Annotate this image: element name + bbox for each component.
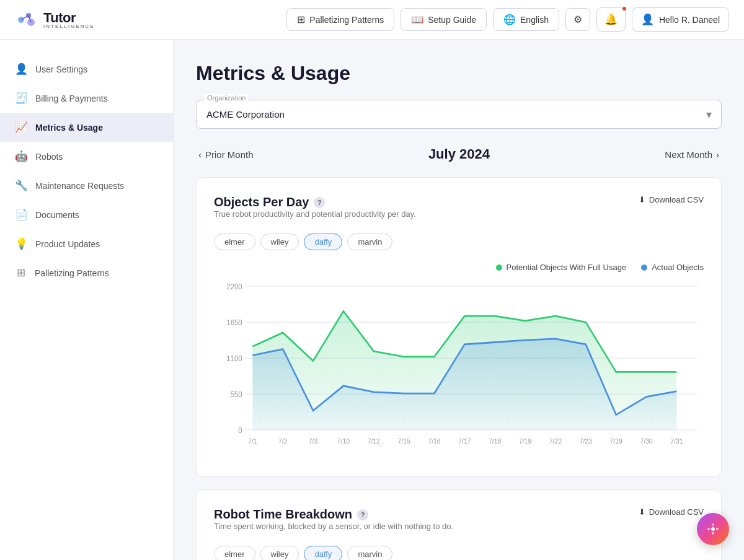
sliders-icon: ⚙	[574, 14, 582, 25]
download-icon: ⬇	[639, 195, 645, 204]
prior-month-label: Prior Month	[205, 149, 254, 160]
sidebar-item-metrics[interactable]: 📈 Metrics & Usage	[0, 113, 173, 142]
svg-text:1650: 1650	[226, 318, 242, 326]
month-nav: ‹ Prior Month July 2024 Next Month ›	[196, 146, 722, 162]
svg-text:7/2: 7/2	[278, 437, 287, 445]
robot-time-title: Robot Time Breakdown ?	[214, 507, 453, 522]
robot-time-header: Robot Time Breakdown ? Time spent workin…	[214, 507, 704, 542]
fab-button[interactable]	[697, 513, 729, 545]
robot-time-info-icon[interactable]: ?	[357, 509, 368, 520]
legend-potential-label: Potential Objects With Full Usage	[507, 263, 627, 272]
svg-text:7/3: 7/3	[309, 437, 317, 445]
svg-text:7/18: 7/18	[489, 437, 501, 445]
setup-guide-button[interactable]: 📖 Setup Guide	[401, 8, 487, 31]
svg-text:7/12: 7/12	[368, 437, 380, 445]
robot-filter-tab-wiley[interactable]: wiley	[260, 546, 299, 560]
sidebar-item-product-updates[interactable]: 💡 Product Updates	[0, 229, 173, 258]
robot-filter-tab-marvin[interactable]: marvin	[347, 546, 392, 560]
objects-per-day-info-icon[interactable]: ?	[314, 197, 325, 208]
prior-month-button[interactable]: ‹ Prior Month	[198, 149, 254, 160]
org-selector[interactable]: ACME Corporation	[196, 100, 722, 129]
objects-per-day-title: Objects Per Day ?	[214, 195, 416, 209]
sidebar: 👤 User Settings 🧾 Billing & Payments 📈 M…	[0, 40, 174, 560]
actual-dot	[641, 265, 647, 271]
svg-text:7/23: 7/23	[580, 437, 592, 445]
sidebar-item-billing[interactable]: 🧾 Billing & Payments	[0, 84, 173, 113]
logo-subtitle: INTELLIGENCE	[43, 24, 95, 29]
download-label: Download CSV	[649, 195, 704, 204]
sidebar-item-user-settings[interactable]: 👤 User Settings	[0, 55, 173, 84]
filter-tab-elmer[interactable]: elmer	[214, 234, 255, 250]
robots-icon: 🤖	[15, 150, 28, 163]
sidebar-item-documents[interactable]: 📄 Documents	[0, 200, 173, 229]
svg-text:7/17: 7/17	[458, 437, 471, 445]
logo[interactable]: Tutor INTELLIGENCE	[15, 9, 95, 31]
sidebar-label-documents: Documents	[35, 210, 79, 220]
objects-chart-container: 2200 1650 1100 550 0 7/1	[214, 279, 704, 459]
palletizing-patterns-button[interactable]: ⊞ Palletizing Patterns	[286, 8, 394, 31]
svg-text:7/15: 7/15	[398, 437, 410, 445]
globe-icon: 🌐	[503, 14, 516, 25]
robot-filter-tab-elmer[interactable]: elmer	[214, 546, 255, 560]
legend-actual: Actual Objects	[641, 263, 704, 272]
filter-settings-button[interactable]: ⚙	[565, 8, 590, 31]
download-icon-2: ⬇	[639, 507, 645, 517]
notifications-wrapper: 🔔	[596, 7, 626, 32]
notifications-button[interactable]: 🔔	[596, 7, 626, 32]
header: Tutor INTELLIGENCE ⊞ Palletizing Pattern…	[0, 0, 744, 40]
notification-badge	[622, 6, 627, 11]
sidebar-label-maintenance: Maintenance Requests	[35, 181, 124, 191]
legend-actual-label: Actual Objects	[652, 263, 704, 272]
objects-per-day-card: Objects Per Day ? True robot productivit…	[196, 177, 722, 477]
header-nav: ⊞ Palletizing Patterns 📖 Setup Guide 🌐 E…	[286, 7, 729, 32]
robot-filter-tab-daffy[interactable]: daffy	[304, 546, 342, 560]
sidebar-item-maintenance[interactable]: 🔧 Maintenance Requests	[0, 171, 173, 200]
layout: 👤 User Settings 🧾 Billing & Payments 📈 M…	[0, 40, 744, 560]
chevron-left-icon: ‹	[198, 149, 202, 160]
svg-text:7/30: 7/30	[640, 437, 652, 445]
objects-per-day-header: Objects Per Day ? True robot productivit…	[214, 195, 704, 230]
chart-legend: Potential Objects With Full Usage Actual…	[214, 263, 704, 272]
filter-tab-wiley[interactable]: wiley	[260, 234, 299, 250]
language-button[interactable]: 🌐 English	[493, 8, 559, 31]
palletizing-icon: ⊞	[297, 14, 305, 25]
sidebar-label-product-updates: Product Updates	[35, 239, 100, 249]
logo-icon	[15, 9, 37, 31]
page-title: Metrics & Usage	[196, 62, 722, 85]
metrics-icon: 📈	[15, 121, 28, 134]
robot-time-download-csv-button[interactable]: ⬇ Download CSV	[639, 507, 704, 517]
svg-text:550: 550	[231, 390, 242, 398]
robot-time-subtitle: Time spent working, blocked by a sensor,…	[214, 522, 453, 531]
org-selector-wrapper: Organization ACME Corporation ▾	[196, 100, 722, 129]
objects-per-day-subtitle: True robot productivity and potential pr…	[214, 209, 416, 219]
next-month-button[interactable]: Next Month ›	[665, 149, 719, 160]
sidebar-label-billing: Billing & Payments	[35, 94, 108, 103]
robot-time-breakdown-card: Robot Time Breakdown ? Time spent workin…	[196, 489, 722, 560]
setup-label: Setup Guide	[428, 15, 476, 25]
product-updates-icon: 💡	[15, 237, 28, 250]
svg-text:7/19: 7/19	[519, 437, 531, 445]
objects-download-csv-button[interactable]: ⬇ Download CSV	[639, 195, 704, 204]
sidebar-label-metrics: Metrics & Usage	[35, 123, 103, 133]
language-label: English	[520, 15, 549, 25]
user-menu-button[interactable]: 👤 Hello R. Daneel	[632, 7, 729, 32]
sidebar-label-robots: Robots	[35, 152, 63, 162]
next-month-label: Next Month	[665, 149, 712, 160]
robot-download-label: Download CSV	[649, 507, 704, 517]
bell-icon: 🔔	[604, 13, 618, 26]
svg-text:0: 0	[238, 426, 242, 434]
filter-tab-daffy[interactable]: daffy	[304, 234, 342, 250]
sidebar-item-robots[interactable]: 🤖 Robots	[0, 142, 173, 171]
filter-tab-marvin[interactable]: marvin	[347, 234, 392, 250]
svg-point-33	[712, 528, 714, 530]
objects-filter-tabs: elmer wiley daffy marvin	[214, 234, 704, 250]
user-avatar-icon: 👤	[641, 13, 654, 26]
robot-time-filter-tabs: elmer wiley daffy marvin	[214, 546, 704, 560]
sidebar-item-palletizing[interactable]: ⊞ Palletizing Patterns	[0, 258, 173, 287]
objects-chart: 2200 1650 1100 550 0 7/1	[214, 279, 704, 459]
palletizing-sidebar-icon: ⊞	[15, 266, 27, 279]
book-icon: 📖	[411, 14, 423, 25]
sidebar-label-user-settings: User Settings	[35, 64, 87, 74]
svg-text:7/22: 7/22	[549, 437, 562, 445]
org-label: Organization	[205, 94, 248, 102]
